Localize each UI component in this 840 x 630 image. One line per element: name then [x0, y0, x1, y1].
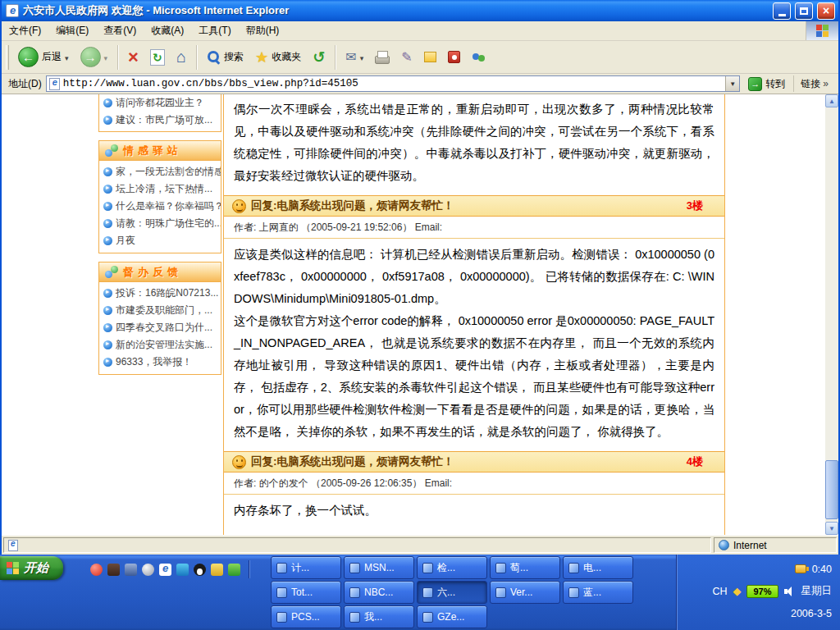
address-input[interactable]: http://www.luan.gov.cn/bbs/bbs_view.php?… [46, 75, 741, 92]
task-buttons: 计... MSN... 检... 萄... 电... Tot... NBC...… [271, 556, 633, 628]
address-url[interactable]: http://www.luan.gov.cn/bbs/bbs_view.php?… [63, 78, 723, 89]
search-label: 搜索 [224, 50, 244, 64]
sidebar-topic-link[interactable]: 请教：明珠广场住宅的... [99, 215, 221, 232]
sidebar-topic-link[interactable]: 请问帝都花园业主？ [99, 94, 221, 112]
scroll-track[interactable] [825, 107, 838, 522]
sidebar-topic-link[interactable]: 四季春交叉路口为什... [99, 319, 221, 336]
forward-button[interactable] [75, 43, 113, 72]
quicklaunch-icon-2[interactable] [107, 564, 120, 576]
print-button[interactable] [370, 43, 395, 72]
task-button[interactable]: PCS... [271, 605, 341, 628]
quicklaunch-icon-4[interactable] [142, 564, 154, 576]
address-label: 地址(D) [5, 77, 42, 91]
quicklaunch-icon-9[interactable] [228, 564, 240, 576]
sidebar-topic-link[interactable]: 月夜 [99, 232, 221, 249]
start-button[interactable]: 开始 [0, 556, 63, 580]
tray-alert-icon[interactable] [733, 585, 741, 597]
search-button[interactable]: 搜索 [202, 43, 249, 72]
edit-icon [401, 49, 412, 65]
edit-button[interactable] [396, 43, 417, 72]
back-button[interactable]: 后退 [13, 43, 74, 72]
language-indicator[interactable]: CH [712, 586, 727, 597]
arrow-bullet-icon [103, 358, 112, 367]
task-button[interactable]: 电... [563, 556, 633, 579]
section-clover-icon [105, 144, 118, 158]
scroll-up-button[interactable] [825, 94, 838, 107]
sidebar-topic-link[interactable]: 投诉：16路皖N07213... [99, 285, 221, 302]
quicklaunch-icon-6[interactable] [176, 564, 189, 576]
menu-view[interactable]: 查看(V) [96, 21, 144, 40]
battery-indicator[interactable]: 97% [746, 585, 778, 598]
maximize-button[interactable] [795, 2, 813, 20]
task-button[interactable]: 我... [344, 605, 414, 628]
task-button[interactable]: GZe... [417, 605, 487, 628]
task-button-icon [495, 587, 506, 598]
task-button[interactable]: 蓝... [563, 581, 633, 604]
floor-badge: 4楼 [687, 454, 716, 469]
reply-title: 回复:电脑系统出现问题，烦请网友帮忙！ [251, 199, 454, 213]
arrow-bullet-icon [103, 98, 112, 107]
sidebar-topic-link[interactable]: 坛上冷清，坛下热情... [99, 180, 221, 198]
sidebar-topic-link[interactable]: 家，一段无法割舍的情感 [99, 163, 221, 180]
stop-button[interactable] [123, 43, 144, 72]
history-button[interactable] [308, 43, 330, 72]
refresh-button[interactable] [145, 43, 170, 72]
quicklaunch-icon-3[interactable] [125, 564, 137, 576]
clock-time: 0:40 [812, 564, 832, 575]
scroll-down-button[interactable] [825, 522, 838, 535]
vertical-scrollbar[interactable] [825, 94, 838, 535]
close-button[interactable] [817, 2, 835, 20]
quicklaunch-icon-8[interactable] [211, 564, 223, 576]
section-clover-icon [105, 266, 118, 279]
task-button[interactable]: Ver... [490, 581, 560, 604]
menu-tools[interactable]: 工具(T) [191, 21, 238, 40]
sidebar-topic-link[interactable]: 新的治安管理法实施... [99, 336, 221, 354]
topic-label: 96333，我举报！ [116, 355, 192, 369]
favorites-button[interactable]: 收藏夹 [250, 43, 306, 72]
messenger-button[interactable] [467, 43, 491, 72]
arrow-bullet-icon [103, 185, 112, 194]
window-title: 六安市人民政府网 欢迎您 - Microsoft Internet Explor… [23, 3, 769, 18]
task-button-active[interactable]: 六... [417, 581, 487, 604]
quicklaunch-qq-icon[interactable] [194, 564, 206, 576]
home-button[interactable] [171, 43, 191, 72]
menu-file[interactable]: 文件(F) [2, 21, 48, 40]
go-button[interactable]: 转到 [744, 75, 789, 93]
chevron-icon [823, 78, 829, 89]
power-icon[interactable] [795, 564, 806, 573]
arrow-bullet-icon [103, 116, 112, 125]
toolbar-grip[interactable] [6, 45, 9, 70]
tray-row-time: 0:40 [795, 564, 832, 575]
topic-label: 请教：明珠广场住宅的... [116, 217, 221, 231]
history-icon [313, 48, 325, 66]
sidebar-topic-link[interactable]: 建议：市民广场可放... [99, 112, 221, 129]
menu-edit[interactable]: 编辑(E) [48, 21, 96, 40]
mail-dropdown-icon[interactable] [360, 52, 364, 63]
quicklaunch-ie-icon[interactable] [159, 564, 171, 576]
toolbar-separator [117, 45, 118, 70]
menu-favorites[interactable]: 收藏(A) [144, 21, 191, 40]
sidebar-topic-link[interactable]: 96333，我举报！ [99, 354, 221, 371]
red-app-button[interactable] [443, 43, 465, 72]
sidebar-topic-link[interactable]: 市建委及职能部门，... [99, 302, 221, 319]
task-button[interactable]: 计... [271, 556, 341, 579]
refresh-icon [150, 49, 165, 66]
menu-help[interactable]: 帮助(H) [239, 21, 287, 40]
scroll-thumb[interactable] [825, 460, 838, 519]
volume-icon[interactable] [784, 587, 796, 596]
quicklaunch-icon-1[interactable] [90, 564, 103, 576]
back-dropdown-icon[interactable] [65, 52, 69, 63]
task-button[interactable]: NBC... [344, 581, 414, 604]
task-button[interactable]: Tot... [271, 581, 341, 604]
task-button[interactable]: 萄... [490, 556, 560, 579]
sidebar-topic-link[interactable]: 什么是幸福？你幸福吗？ [99, 198, 221, 215]
address-dropdown-button[interactable] [725, 76, 739, 91]
task-button[interactable]: MSN... [344, 556, 414, 579]
arrow-bullet-icon [103, 289, 112, 298]
author-line: 作者: 的个的发个 （2005-09-26 12:06:35） Email: [224, 472, 724, 495]
discuss-button[interactable] [419, 43, 441, 72]
mail-button[interactable] [340, 43, 368, 72]
links-button[interactable]: 链接 [793, 75, 835, 92]
task-button[interactable]: 检... [417, 556, 487, 579]
minimize-button[interactable] [773, 2, 791, 20]
